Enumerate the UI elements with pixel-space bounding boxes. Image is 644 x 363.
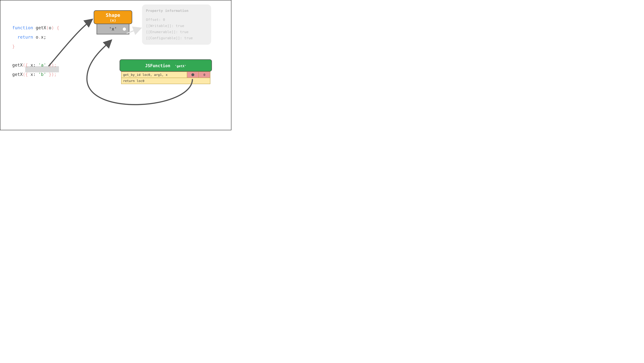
semicolon: ; bbox=[44, 35, 46, 40]
shape-row-label: 'x' bbox=[109, 26, 117, 32]
jsfunction-box: JSFunction 'getX' get_by_id loc0, arg1, … bbox=[120, 59, 212, 84]
paren-close: ) bbox=[52, 25, 54, 30]
code-line-2: return o.x; bbox=[12, 35, 46, 40]
call2-close: }); bbox=[46, 72, 56, 77]
brace-close: } bbox=[12, 44, 15, 49]
cache-shape-slot bbox=[187, 72, 198, 78]
jsfunction-name: 'getX' bbox=[173, 64, 186, 68]
jsfunction-body: get_by_id loc0, arg1, x 0 return loc0 bbox=[121, 72, 210, 84]
param-o: o bbox=[49, 25, 52, 30]
call1-close: }); bbox=[46, 63, 56, 68]
bytecode-row-1-text: return loc0 bbox=[122, 78, 210, 84]
jsfunction-header: JSFunction 'getX' bbox=[120, 59, 212, 72]
code-line-3: } bbox=[12, 44, 15, 49]
call1-open: ({ bbox=[23, 63, 30, 68]
code-block: function getX(o) { return o.x; } getX({ … bbox=[12, 14, 59, 88]
code-line-call1: getX({ x: 'a' }); bbox=[12, 63, 56, 68]
code-line-1: function getX(o) { bbox=[12, 25, 59, 30]
cache-shape-dot bbox=[191, 73, 194, 76]
ident-x: x bbox=[41, 35, 44, 40]
paren-open: ( bbox=[46, 25, 49, 30]
property-info-line-3: [[Configurable]]: true bbox=[146, 35, 207, 41]
call1-val: 'a' bbox=[38, 63, 46, 68]
shape-title: Shape bbox=[94, 12, 132, 18]
property-info-panel: Property information Offset: 0 [[Writabl… bbox=[142, 5, 211, 45]
cache-offset-slot: 0 bbox=[198, 72, 210, 78]
keyword-return: return bbox=[18, 35, 33, 40]
dot: . bbox=[38, 35, 41, 40]
call1-key: x bbox=[30, 63, 33, 68]
bytecode-row-0-text: get_by_id loc0, arg1, x bbox=[122, 72, 187, 78]
call2-fn: getX bbox=[12, 72, 23, 77]
call1-colon: : bbox=[33, 63, 36, 68]
ident-o: o bbox=[36, 35, 38, 40]
jsfunction-title: JSFunction bbox=[145, 63, 170, 68]
shape-row-x: 'x' bbox=[96, 24, 129, 35]
code-line-call2: getX({ x: 'b' }); bbox=[12, 72, 56, 77]
bytecode-row-0: get_by_id loc0, arg1, x 0 bbox=[122, 72, 210, 78]
diagram-frame: function getX(o) { return o.x; } getX({ … bbox=[0, 0, 232, 130]
shape-row-pointer-dot bbox=[123, 28, 126, 31]
call2-colon: : bbox=[33, 72, 36, 77]
keyword-function: function bbox=[12, 25, 33, 30]
call1-fn: getX bbox=[12, 63, 23, 68]
bytecode-row-1: return loc0 bbox=[122, 78, 210, 84]
function-name: getX bbox=[36, 25, 46, 30]
property-info-line-2: [[Enumerable]]: true bbox=[146, 29, 207, 35]
shape-header: Shape (x) bbox=[94, 10, 132, 24]
call2-open: ({ bbox=[23, 72, 30, 77]
code-line-blank bbox=[12, 53, 15, 58]
brace-open: { bbox=[54, 25, 59, 30]
property-info-title: Property information bbox=[146, 8, 207, 14]
shape-subtitle: (x) bbox=[94, 18, 132, 22]
shape-box: Shape (x) 'x' bbox=[94, 10, 132, 35]
property-info-line-1: [[Writable]]: true bbox=[146, 23, 207, 29]
call2-val: 'b' bbox=[38, 72, 46, 77]
property-info-line-0: Offset: 0 bbox=[146, 17, 207, 23]
call2-key: x bbox=[30, 72, 33, 77]
